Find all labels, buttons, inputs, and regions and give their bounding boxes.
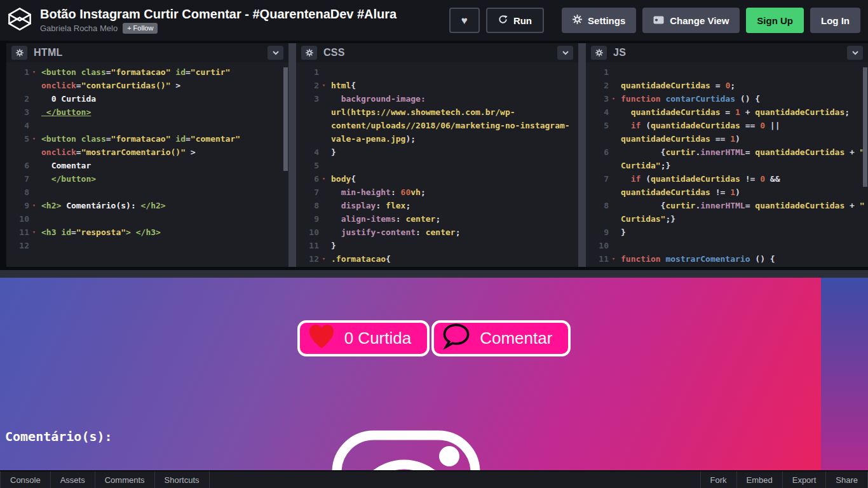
curtir-button[interactable]: 0 Curtida bbox=[297, 320, 430, 356]
code-line: 1 bbox=[586, 65, 868, 79]
codepen-logo-icon[interactable] bbox=[8, 7, 32, 34]
code-line: 10 justify-content: center; bbox=[296, 226, 578, 239]
html-panel-header: HTML bbox=[6, 43, 288, 62]
instagram-logo bbox=[329, 428, 482, 470]
share-button[interactable]: Share bbox=[825, 471, 868, 488]
js-editor-panel: JS 12quantidadeCurtidas = 0;3▾function c… bbox=[586, 43, 868, 267]
code-line: 4} bbox=[296, 146, 578, 159]
code-line: 7 </button> bbox=[6, 172, 288, 186]
code-line: onclick="mostrarComentario()" > bbox=[6, 146, 288, 159]
preview-resize-bar[interactable] bbox=[0, 270, 868, 278]
code-line: 7 if (quantidadeCurtidas != 0 && bbox=[586, 172, 868, 186]
bottom-bar: Console Assets Comments Shortcuts Fork E… bbox=[0, 470, 868, 488]
chevron-down-icon[interactable] bbox=[268, 46, 283, 60]
scrollbar-thumb[interactable] bbox=[283, 67, 288, 171]
change-view-button[interactable]: Change View bbox=[642, 8, 740, 33]
editor-label: JS bbox=[613, 47, 841, 58]
code-line: 8 display: flex; bbox=[296, 199, 578, 212]
background-image-seam bbox=[821, 278, 868, 470]
html-code-area[interactable]: 1▾<button class="formatacao" id="curtir"… bbox=[6, 62, 288, 252]
code-line: 2quantidadeCurtidas = 0; bbox=[586, 79, 868, 92]
scrollbar-thumb[interactable] bbox=[863, 67, 867, 187]
code-line: Curtidas";} bbox=[586, 212, 868, 226]
like-pen-button[interactable]: ♥ bbox=[449, 8, 480, 33]
fork-button[interactable]: Fork bbox=[700, 471, 736, 488]
code-line: 1▾<button class="formatacao" id="curtir" bbox=[6, 65, 288, 79]
preview-pane: 0 Curtida Comentar Comentário(s): bbox=[0, 278, 868, 470]
panel-resizer[interactable] bbox=[578, 43, 586, 267]
code-line: content/uploads//2018/06/marketing-no-in… bbox=[296, 119, 578, 132]
speech-bubble-icon bbox=[442, 322, 471, 355]
gear-icon[interactable] bbox=[301, 46, 317, 60]
editor-label: HTML bbox=[34, 47, 261, 58]
code-line: 3 </button> bbox=[6, 105, 288, 119]
css-code-area[interactable]: 12▾html{3 background-image:url(https://w… bbox=[296, 62, 578, 266]
run-button[interactable]: Run bbox=[486, 8, 544, 33]
js-code-area[interactable]: 12quantidadeCurtidas = 0;3▾function cont… bbox=[586, 62, 868, 266]
code-line: 12 bbox=[6, 239, 288, 252]
html-editor-panel: HTML 1▾<button class="formatacao" id="cu… bbox=[6, 43, 288, 267]
site-header: Botão Instagram Curtir Comentar - #Quare… bbox=[0, 0, 868, 41]
console-button[interactable]: Console bbox=[0, 471, 50, 488]
log-in-button[interactable]: Log In bbox=[810, 8, 860, 33]
header-left: Botão Instagram Curtir Comentar - #Quare… bbox=[8, 7, 397, 34]
code-line: 12▾.formatacao{ bbox=[296, 252, 578, 266]
panel-resizer[interactable] bbox=[288, 43, 296, 267]
code-line: 1 bbox=[296, 65, 578, 79]
gear-icon bbox=[573, 15, 582, 26]
code-line: 2 0 Curtida bbox=[6, 92, 288, 105]
pen-author[interactable]: Gabriela Rocha Melo bbox=[40, 24, 118, 33]
code-line: 11▾function mostrarComentario () { bbox=[586, 252, 868, 266]
follow-button[interactable]: + Follow bbox=[123, 23, 158, 34]
code-line: 7 min-height: 60vh; bbox=[296, 186, 578, 199]
code-line: onclick="contarCurtidas()" > bbox=[6, 79, 288, 92]
gear-icon[interactable] bbox=[11, 46, 27, 60]
code-line: 9} bbox=[586, 226, 868, 239]
chevron-down-icon[interactable] bbox=[847, 46, 863, 60]
refresh-icon bbox=[498, 15, 508, 26]
code-line: 8 bbox=[6, 186, 288, 199]
code-line: 4 quantidadeCurtidas = 1 + quantidadeCur… bbox=[586, 105, 868, 119]
sign-up-button[interactable]: Sign Up bbox=[746, 8, 804, 33]
code-line: 4 bbox=[6, 119, 288, 132]
settings-button[interactable]: Settings bbox=[562, 8, 636, 33]
code-line: 3▾function contarCurtidas () { bbox=[586, 92, 868, 105]
code-line: quantidadeCurtidas == 1) bbox=[586, 132, 868, 146]
code-line: 6 Comentar bbox=[6, 159, 288, 172]
code-line: 8 {curtir.innerHTML= quantidadeCurtidas … bbox=[586, 199, 868, 212]
assets-button[interactable]: Assets bbox=[50, 471, 95, 488]
code-line: vale-a-pena.jpg); bbox=[296, 132, 578, 146]
code-line: quantidadeCurtidas != 1) bbox=[586, 186, 868, 199]
code-line: 5 if (quantidadeCurtidas == 0 || bbox=[586, 119, 868, 132]
chevron-down-icon[interactable] bbox=[557, 46, 573, 60]
shortcuts-button[interactable]: Shortcuts bbox=[154, 471, 210, 488]
code-line: 10 bbox=[586, 239, 868, 252]
gear-icon[interactable] bbox=[591, 46, 607, 60]
code-line: 6 {curtir.innerHTML= quantidadeCurtidas … bbox=[586, 146, 868, 159]
heart-icon bbox=[308, 323, 336, 353]
editor-row: HTML 1▾<button class="formatacao" id="cu… bbox=[0, 41, 868, 270]
code-line: 3 background-image: bbox=[296, 92, 578, 105]
comments-button[interactable]: Comments bbox=[95, 471, 154, 488]
code-line: Curtida";} bbox=[586, 159, 868, 172]
code-line: 11} bbox=[296, 239, 578, 252]
code-line: 5▾<button class="formatacao" id="comenta… bbox=[6, 132, 288, 146]
comentar-button[interactable]: Comentar bbox=[431, 320, 571, 356]
code-line: 6▾body{ bbox=[296, 172, 578, 186]
heart-icon: ♥ bbox=[461, 15, 468, 26]
code-line: 9▾<h2> Comentário(s): </h2> bbox=[6, 199, 288, 212]
editor-label: CSS bbox=[323, 47, 551, 58]
js-panel-header: JS bbox=[586, 43, 868, 62]
export-button[interactable]: Export bbox=[782, 471, 826, 488]
code-line: 9 align-items: center; bbox=[296, 212, 578, 226]
code-line: 5 bbox=[296, 159, 578, 172]
preview-button-row: 0 Curtida Comentar bbox=[0, 320, 868, 356]
code-line: 11▾<h3 id="resposta"> </h3> bbox=[6, 226, 288, 239]
pen-title: Botão Instagram Curtir Comentar - #Quare… bbox=[40, 7, 397, 21]
browser-window-icon bbox=[653, 15, 664, 26]
header-actions: ♥ Run Settings bbox=[449, 8, 860, 33]
code-line: 10 bbox=[6, 212, 288, 226]
pen-title-block: Botão Instagram Curtir Comentar - #Quare… bbox=[40, 7, 397, 34]
css-panel-header: CSS bbox=[296, 43, 578, 62]
embed-button[interactable]: Embed bbox=[736, 471, 782, 488]
